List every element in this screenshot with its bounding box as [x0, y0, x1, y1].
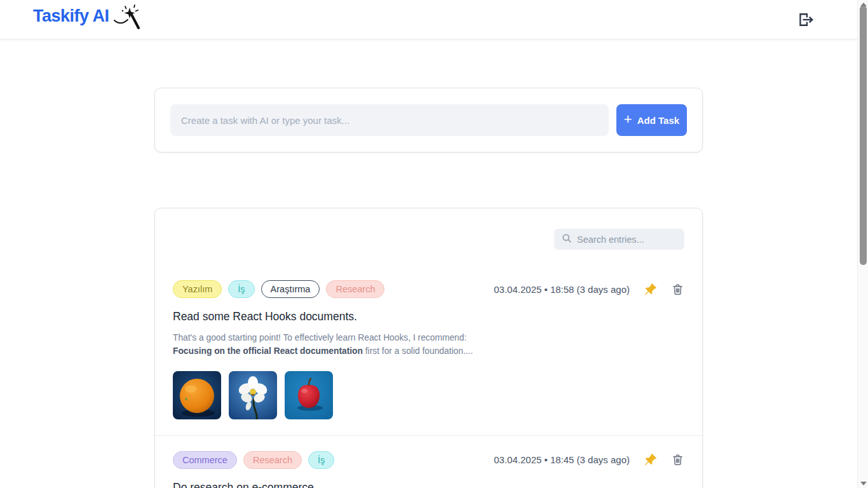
add-task-button[interactable]: + Add Task [616, 104, 687, 136]
tag-row: Yazılım İş Araştırma Research [173, 280, 384, 298]
entry-title: Read some React Hooks documents. [173, 310, 684, 323]
scrollbar-thumb[interactable] [860, 6, 867, 265]
entry-meta: 03.04.2025 • 18:45 (3 days ago) [494, 453, 684, 466]
tag-commerce[interactable]: Commerce [173, 451, 237, 469]
pin-button[interactable] [644, 283, 657, 296]
task-entry: Commerce Research İş 03.04.2025 • 18:45 … [173, 451, 684, 488]
tag-row: Commerce Research İş [173, 451, 334, 469]
tag-yazilim[interactable]: Yazılım [173, 280, 222, 298]
orchid-photo[interactable] [229, 371, 277, 419]
tag-research[interactable]: Research [326, 280, 384, 298]
app-logo-text: Taskify AI [33, 6, 109, 26]
trash-icon [671, 459, 684, 468]
task-entry: Yazılım İş Araştırma Research 03.04.2025… [173, 280, 684, 436]
page-scrollbar[interactable] [857, 0, 868, 488]
entry-header: Yazılım İş Araştırma Research 03.04.2025… [173, 280, 684, 298]
search-box[interactable] [554, 229, 684, 250]
entry-meta: 03.04.2025 • 18:58 (3 days ago) [494, 283, 684, 296]
tag-is[interactable]: İş [228, 280, 254, 298]
content-area: Taskify AI [0, 0, 857, 488]
pin-icon [644, 288, 657, 298]
orange-photo[interactable] [173, 371, 221, 419]
entry-header: Commerce Research İş 03.04.2025 • 18:45 … [173, 451, 684, 469]
app-viewport: Taskify AI [0, 0, 868, 488]
search-icon [562, 233, 572, 246]
description-rest: first for a solid foundation.... [363, 346, 473, 356]
plus-icon: + [624, 112, 632, 126]
description-bold: Focusing on the official React documenta… [173, 346, 363, 356]
entry-timestamp: 03.04.2025 • 18:58 (3 days ago) [494, 284, 630, 295]
pin-icon [644, 459, 657, 468]
search-row [173, 229, 684, 250]
task-composer-card: + Add Task [154, 88, 703, 152]
search-input[interactable] [577, 234, 677, 245]
entry-title: Do research on e-commerce. [173, 481, 684, 488]
entries-panel: Yazılım İş Araştırma Research 03.04.2025… [154, 208, 703, 488]
logout-button[interactable] [795, 10, 815, 30]
entry-description: That's a good starting point! To effecti… [173, 331, 684, 358]
header: Taskify AI [0, 0, 857, 39]
magic-wand-icon [111, 4, 140, 33]
task-input[interactable] [170, 104, 609, 136]
add-task-label: Add Task [637, 115, 679, 126]
description-line1: That's a good starting point! To effecti… [173, 333, 466, 342]
scrollbar-down-arrow[interactable] [860, 482, 867, 485]
trash-icon [671, 288, 684, 298]
apple-photo[interactable] [285, 371, 333, 419]
pin-button[interactable] [644, 453, 657, 466]
entry-timestamp: 03.04.2025 • 18:45 (3 days ago) [494, 454, 630, 465]
tag-research[interactable]: Research [243, 451, 302, 469]
delete-button[interactable] [671, 453, 684, 466]
tag-is[interactable]: İş [308, 451, 334, 469]
app-logo[interactable]: Taskify AI [33, 6, 140, 33]
entry-divider [155, 435, 702, 436]
logout-icon [796, 21, 814, 30]
delete-button[interactable] [671, 283, 684, 296]
attachment-row [173, 371, 684, 419]
tag-arastirma[interactable]: Araştırma [261, 280, 320, 298]
